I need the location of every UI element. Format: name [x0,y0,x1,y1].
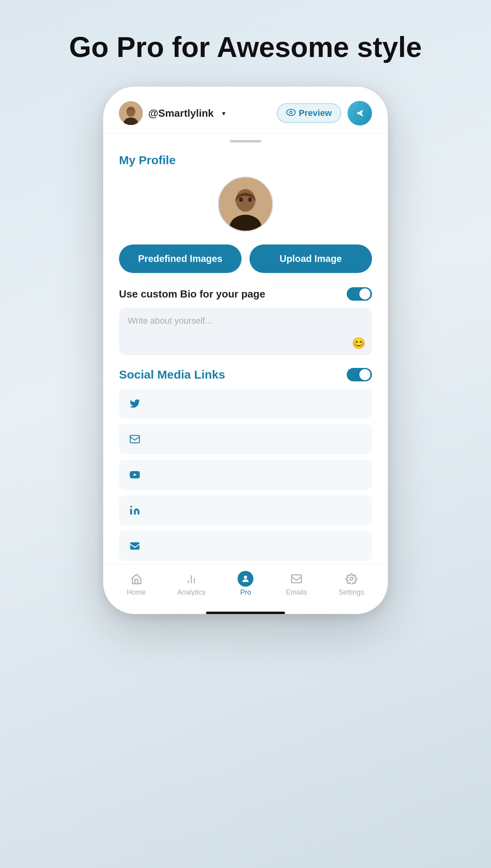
svg-point-16 [244,576,247,579]
emails-icon [288,572,305,586]
custom-bio-label: Use custom Bio for your page [119,288,265,300]
predefined-images-button[interactable]: Predefined Images [119,244,242,273]
svg-rect-12 [130,436,139,443]
email-icon [127,431,143,447]
image-buttons: Predefined Images Upload Image [119,244,372,273]
chevron-down-icon[interactable]: ▾ [219,109,228,118]
social-media-toggle[interactable] [347,368,372,381]
nav-settings-label: Settings [338,588,364,597]
upload-image-button[interactable]: Upload Image [249,244,372,273]
social-media-title: Social Media Links [119,368,225,381]
svg-rect-17 [291,575,301,583]
more-input[interactable] [150,540,364,552]
more-icon [127,538,143,554]
profile-avatar-container [119,176,372,232]
profile-avatar[interactable] [218,176,273,232]
nav-item-settings[interactable]: Settings [338,572,364,597]
share-button[interactable] [347,101,372,125]
home-indicator [206,612,285,614]
nav-item-analytics[interactable]: Analytics [177,572,206,597]
preview-button[interactable]: Preview [277,103,341,123]
youtube-input[interactable] [150,469,364,480]
my-profile-title: My Profile [119,154,372,167]
home-icon [128,572,145,586]
svg-point-14 [130,506,132,508]
svg-point-11 [248,197,252,202]
settings-icon [343,572,360,586]
email-link-row [119,424,372,454]
linkedin-input[interactable] [150,505,364,516]
nav-item-home[interactable]: Home [127,572,146,597]
nav-pro-label: Pro [240,588,251,597]
phone-content: My Profile Predefined Images Upload Imag… [103,142,388,561]
youtube-link-row [119,460,372,490]
svg-point-10 [239,197,243,202]
header-left: @Smartlylink ▾ [119,101,228,125]
bio-placeholder: Write about yourself... [128,316,212,326]
phone-frame: @Smartlylink ▾ Preview [103,87,388,614]
email-input[interactable] [150,434,364,445]
twitter-input[interactable] [150,398,364,409]
svg-point-6 [357,112,359,114]
social-section-header: Social Media Links [119,368,372,381]
custom-bio-toggle-row: Use custom Bio for your page [119,287,372,301]
preview-label: Preview [299,108,332,118]
nav-item-emails[interactable]: Emails [286,572,307,597]
pro-icon [237,572,254,586]
eye-icon [286,108,296,118]
bio-area: Write about yourself... 😊 [119,308,372,355]
twitter-link-row [119,389,372,419]
nav-item-pro[interactable]: Pro [237,572,254,597]
svg-point-8 [236,189,255,212]
svg-point-18 [350,577,353,580]
nav-home-label: Home [127,588,146,597]
bottom-nav: Home Analytics Pro [103,564,388,608]
avatar-small[interactable] [119,101,143,125]
nav-emails-label: Emails [286,588,307,597]
username-text: @Smartlylink [148,107,214,119]
emoji-button[interactable]: 😊 [352,337,366,350]
page-title: Go Pro for Awesome style [68,32,423,63]
linkedin-link-row [119,495,372,525]
svg-point-1 [127,106,135,117]
youtube-icon [127,467,143,483]
svg-point-5 [290,112,292,113]
twitter-icon [127,396,143,411]
more-link-row [119,531,372,561]
linkedin-icon [127,502,143,518]
app-header: @Smartlylink ▾ Preview [103,87,388,134]
nav-analytics-label: Analytics [177,588,206,597]
analytics-icon [183,572,200,586]
custom-bio-toggle[interactable] [347,287,372,301]
svg-rect-15 [130,542,139,550]
